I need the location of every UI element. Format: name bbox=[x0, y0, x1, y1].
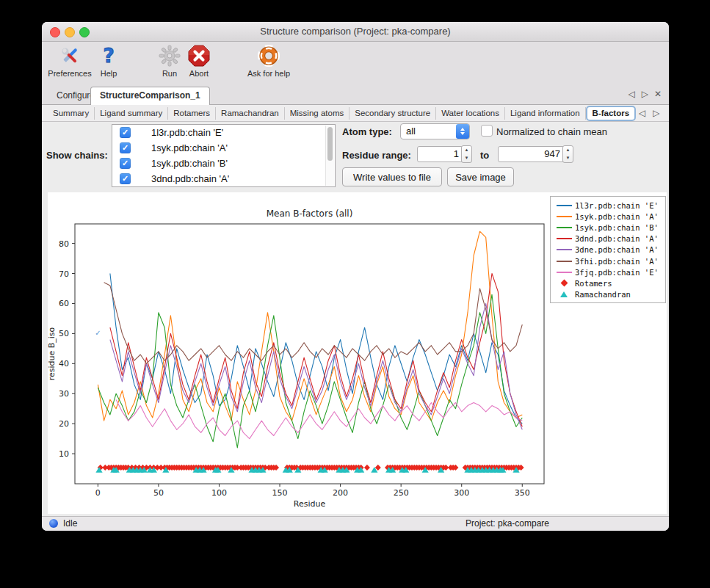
chain-list-item[interactable]: ✓3dnd.pdb:chain 'A' bbox=[112, 171, 335, 186]
sub-tab-ligand-information[interactable]: Ligand information bbox=[505, 107, 586, 120]
write-values-button[interactable]: Write values to file bbox=[342, 167, 442, 186]
svg-text:residue B_iso: residue B_iso bbox=[48, 327, 57, 380]
legend-label: 3fjq.pdb:chain 'E' bbox=[575, 268, 659, 277]
legend-line-swatch bbox=[555, 205, 573, 206]
chain-list-item[interactable]: ✓1syk.pdb:chain 'B' bbox=[112, 156, 335, 171]
tab-structurecomparison_1[interactable]: StructureComparison_1 bbox=[90, 87, 210, 106]
chain-label: 1l3r.pdb:chain 'E' bbox=[151, 127, 223, 138]
toolbar-item-ask-for-help[interactable]: Ask for help bbox=[242, 43, 295, 78]
sub-tab-bar: SummaryLigand summaryRotamersRamachandra… bbox=[42, 105, 669, 122]
subtab-prev-icon[interactable]: ◁ bbox=[639, 108, 645, 118]
chain-list-item[interactable]: ✓1syk.pdb:chain 'A' bbox=[112, 140, 335, 156]
residue-range-label: Residue range: bbox=[342, 150, 411, 161]
chain-checkbox[interactable]: ✓ bbox=[120, 127, 131, 138]
legend-label: 1syk.pdb:chain 'B' bbox=[575, 223, 659, 232]
chart-title: Mean B-factors (all) bbox=[267, 208, 353, 219]
chain-label: 1syk.pdb:chain 'A' bbox=[151, 142, 228, 153]
sub-tab-missing-atoms[interactable]: Missing atoms bbox=[285, 107, 350, 120]
triangle-marker-icon bbox=[560, 291, 568, 297]
legend-label: Rotamers bbox=[575, 279, 612, 288]
normalized-checkbox[interactable] bbox=[481, 125, 493, 137]
tab-close-icon[interactable]: ✕ bbox=[654, 89, 662, 99]
svg-text:20: 20 bbox=[59, 419, 69, 429]
legend-line-swatch bbox=[555, 272, 573, 273]
title-bar[interactable]: Structure comparison (Project: pka-compa… bbox=[42, 22, 669, 42]
toolbar-item-preferences[interactable]: Preferences bbox=[46, 43, 93, 78]
desktop-background: Structure comparison (Project: pka-compa… bbox=[0, 0, 710, 588]
chart-legend: 1l3r.pdb:chain 'E'1syk.pdb:chain 'A'1syk… bbox=[550, 196, 666, 303]
sub-tab-ligand-summary[interactable]: Ligand summary bbox=[95, 107, 168, 120]
window-title: Structure comparison (Project: pka-compa… bbox=[42, 22, 669, 41]
toolbar-item-run[interactable]: Run bbox=[159, 43, 181, 78]
legend-item: 1l3r.pdb:chain 'E' bbox=[555, 200, 665, 211]
legend-label: 3dnd.pdb:chain 'A' bbox=[575, 234, 659, 243]
save-image-button[interactable]: Save image bbox=[447, 167, 514, 186]
legend-line-swatch bbox=[555, 216, 573, 217]
chain-checkbox[interactable]: ✓ bbox=[120, 158, 131, 169]
status-text: Idle bbox=[63, 517, 77, 530]
plot-panel: Mean B-factors (all)05010015020025030035… bbox=[48, 192, 667, 514]
range-to-input[interactable]: 947 bbox=[498, 146, 565, 162]
sub-tab-secondary-structure[interactable]: Secondary structure bbox=[349, 107, 436, 120]
legend-item: 3dne.pdb:chain 'A' bbox=[555, 244, 665, 255]
tab-prev-icon[interactable]: ◁ bbox=[629, 89, 635, 99]
subtab-next-icon[interactable]: ▷ bbox=[653, 108, 659, 118]
abort-icon bbox=[186, 43, 211, 68]
tab-next-icon[interactable]: ▷ bbox=[642, 89, 648, 99]
legend-item: Ramachandran bbox=[555, 289, 665, 300]
svg-text:300: 300 bbox=[454, 488, 469, 498]
status-bar: Idle Project: pka-compare bbox=[42, 516, 669, 531]
svg-text:?: ? bbox=[103, 44, 115, 67]
svg-text:200: 200 bbox=[333, 488, 348, 498]
legend-line-swatch bbox=[555, 261, 573, 262]
svg-text:60: 60 bbox=[59, 299, 69, 308]
legend-label: 1syk.pdb:chain 'A' bbox=[575, 212, 659, 221]
toolbar-item-label: Help bbox=[101, 69, 117, 78]
sub-tab-water-locations[interactable]: Water locations bbox=[436, 107, 505, 120]
svg-text:100: 100 bbox=[211, 488, 227, 498]
app-window: Structure comparison (Project: pka-compa… bbox=[42, 22, 669, 531]
atom-type-value: all bbox=[406, 124, 416, 139]
list-scrollbar-track[interactable] bbox=[325, 126, 334, 186]
chain-list-item[interactable]: ✓1l3r.pdb:chain 'E' bbox=[112, 125, 335, 140]
range-from-input[interactable]: 1 bbox=[417, 146, 463, 162]
svg-text:150: 150 bbox=[272, 488, 288, 498]
legend-line-swatch bbox=[555, 227, 573, 228]
atom-type-label: Atom type: bbox=[342, 126, 392, 137]
show-chains-label: Show chains: bbox=[46, 150, 108, 161]
chain-label: 3dnd.pdb:chain 'A' bbox=[151, 173, 229, 184]
svg-text:30: 30 bbox=[59, 389, 69, 399]
legend-label: 1l3r.pdb:chain 'E' bbox=[575, 201, 659, 210]
sub-tab-ramachandran[interactable]: Ramachandran bbox=[216, 107, 285, 120]
normalized-label: Normalized to chain mean bbox=[496, 126, 607, 137]
legend-item: 3fhi.pdb:chain 'A' bbox=[555, 255, 665, 266]
toolbar-item-help[interactable]: ?Help bbox=[98, 43, 120, 78]
legend-label: 3dne.pdb:chain 'A' bbox=[575, 245, 659, 254]
range-to-stepper[interactable]: ▲▼ bbox=[562, 145, 573, 163]
chain-checkbox[interactable]: ✓ bbox=[120, 142, 131, 153]
atom-type-dropdown[interactable]: all bbox=[400, 123, 470, 139]
legend-label: 3fhi.pdb:chain 'A' bbox=[575, 257, 659, 266]
diamond-marker-icon bbox=[560, 280, 568, 287]
svg-text:70: 70 bbox=[59, 269, 69, 279]
chain-label: 1syk.pdb:chain 'B' bbox=[151, 158, 228, 169]
sub-tab-summary[interactable]: Summary bbox=[48, 107, 95, 120]
chain-checkbox[interactable]: ✓ bbox=[120, 173, 131, 184]
toolbar-item-label: Run bbox=[162, 69, 177, 78]
sub-tab-b-factors[interactable]: B-factors bbox=[586, 106, 636, 121]
toolbar-item-label: Ask for help bbox=[247, 69, 290, 78]
range-to-word: to bbox=[480, 150, 489, 161]
sub-tab-rotamers[interactable]: Rotamers bbox=[168, 107, 216, 120]
status-indicator-icon bbox=[49, 519, 58, 528]
chain-list[interactable]: ✓1l3r.pdb:chain 'E'✓1syk.pdb:chain 'A'✓1… bbox=[112, 124, 336, 187]
check-annotation: ✓ bbox=[95, 329, 101, 337]
range-from-stepper[interactable]: ▲▼ bbox=[461, 145, 472, 163]
toolbar-item-label: Abort bbox=[189, 69, 209, 78]
toolbar-item-abort[interactable]: Abort bbox=[186, 43, 212, 78]
legend-item: 3fjq.pdb:chain 'E' bbox=[555, 266, 665, 277]
list-scrollbar-thumb[interactable] bbox=[327, 127, 333, 161]
svg-text:350: 350 bbox=[515, 488, 530, 498]
legend-item: 1syk.pdb:chain 'A' bbox=[555, 211, 665, 222]
svg-text:Residue: Residue bbox=[294, 499, 326, 509]
svg-text:50: 50 bbox=[59, 329, 69, 338]
